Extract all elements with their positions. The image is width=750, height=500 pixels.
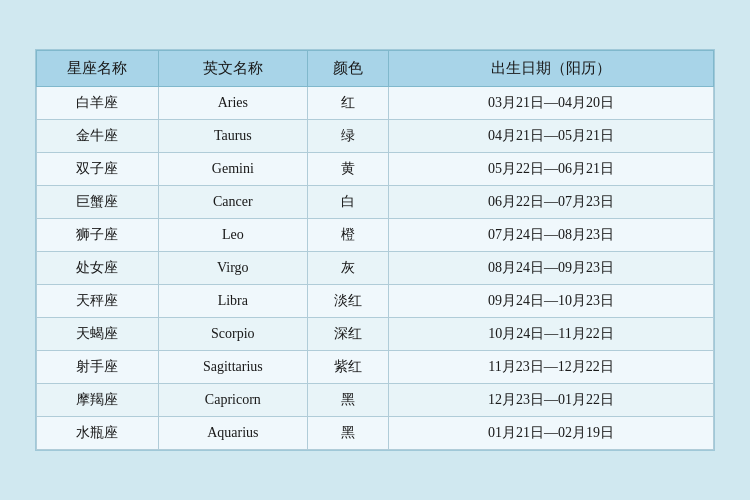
- table-row: 天蝎座Scorpio深红10月24日—11月22日: [37, 318, 714, 351]
- zodiac-table-container: 星座名称 英文名称 颜色 出生日期（阳历） 白羊座Aries红03月21日—04…: [35, 49, 715, 451]
- cell-color: 黄: [307, 153, 388, 186]
- cell-dates: 04月21日—05月21日: [389, 120, 714, 153]
- cell-chinese: 射手座: [37, 351, 159, 384]
- cell-color: 黑: [307, 384, 388, 417]
- cell-color: 黑: [307, 417, 388, 450]
- table-row: 射手座Sagittarius紫红11月23日—12月22日: [37, 351, 714, 384]
- cell-chinese: 天蝎座: [37, 318, 159, 351]
- cell-english: Cancer: [158, 186, 307, 219]
- cell-color: 绿: [307, 120, 388, 153]
- table-body: 白羊座Aries红03月21日—04月20日金牛座Taurus绿04月21日—0…: [37, 87, 714, 450]
- cell-english: Leo: [158, 219, 307, 252]
- table-row: 巨蟹座Cancer白06月22日—07月23日: [37, 186, 714, 219]
- table-row: 天秤座Libra淡红09月24日—10月23日: [37, 285, 714, 318]
- cell-chinese: 金牛座: [37, 120, 159, 153]
- table-row: 水瓶座Aquarius黑01月21日—02月19日: [37, 417, 714, 450]
- cell-english: Aries: [158, 87, 307, 120]
- cell-english: Aquarius: [158, 417, 307, 450]
- cell-english: Taurus: [158, 120, 307, 153]
- cell-color: 紫红: [307, 351, 388, 384]
- cell-dates: 03月21日—04月20日: [389, 87, 714, 120]
- cell-dates: 11月23日—12月22日: [389, 351, 714, 384]
- table-row: 白羊座Aries红03月21日—04月20日: [37, 87, 714, 120]
- cell-color: 白: [307, 186, 388, 219]
- cell-color: 淡红: [307, 285, 388, 318]
- table-row: 金牛座Taurus绿04月21日—05月21日: [37, 120, 714, 153]
- cell-chinese: 处女座: [37, 252, 159, 285]
- cell-english: Capricorn: [158, 384, 307, 417]
- cell-english: Virgo: [158, 252, 307, 285]
- table-row: 摩羯座Capricorn黑12月23日—01月22日: [37, 384, 714, 417]
- cell-chinese: 狮子座: [37, 219, 159, 252]
- cell-chinese: 摩羯座: [37, 384, 159, 417]
- cell-english: Sagittarius: [158, 351, 307, 384]
- cell-english: Gemini: [158, 153, 307, 186]
- header-chinese: 星座名称: [37, 51, 159, 87]
- cell-chinese: 天秤座: [37, 285, 159, 318]
- table-header-row: 星座名称 英文名称 颜色 出生日期（阳历）: [37, 51, 714, 87]
- cell-color: 灰: [307, 252, 388, 285]
- table-row: 狮子座Leo橙07月24日—08月23日: [37, 219, 714, 252]
- header-color: 颜色: [307, 51, 388, 87]
- cell-chinese: 双子座: [37, 153, 159, 186]
- cell-dates: 10月24日—11月22日: [389, 318, 714, 351]
- cell-dates: 06月22日—07月23日: [389, 186, 714, 219]
- cell-english: Scorpio: [158, 318, 307, 351]
- cell-dates: 09月24日—10月23日: [389, 285, 714, 318]
- cell-dates: 12月23日—01月22日: [389, 384, 714, 417]
- cell-dates: 01月21日—02月19日: [389, 417, 714, 450]
- cell-english: Libra: [158, 285, 307, 318]
- cell-color: 深红: [307, 318, 388, 351]
- zodiac-table: 星座名称 英文名称 颜色 出生日期（阳历） 白羊座Aries红03月21日—04…: [36, 50, 714, 450]
- cell-color: 红: [307, 87, 388, 120]
- header-english: 英文名称: [158, 51, 307, 87]
- cell-dates: 07月24日—08月23日: [389, 219, 714, 252]
- cell-dates: 08月24日—09月23日: [389, 252, 714, 285]
- table-row: 双子座Gemini黄05月22日—06月21日: [37, 153, 714, 186]
- cell-chinese: 巨蟹座: [37, 186, 159, 219]
- header-date: 出生日期（阳历）: [389, 51, 714, 87]
- cell-color: 橙: [307, 219, 388, 252]
- cell-chinese: 水瓶座: [37, 417, 159, 450]
- cell-chinese: 白羊座: [37, 87, 159, 120]
- table-row: 处女座Virgo灰08月24日—09月23日: [37, 252, 714, 285]
- cell-dates: 05月22日—06月21日: [389, 153, 714, 186]
